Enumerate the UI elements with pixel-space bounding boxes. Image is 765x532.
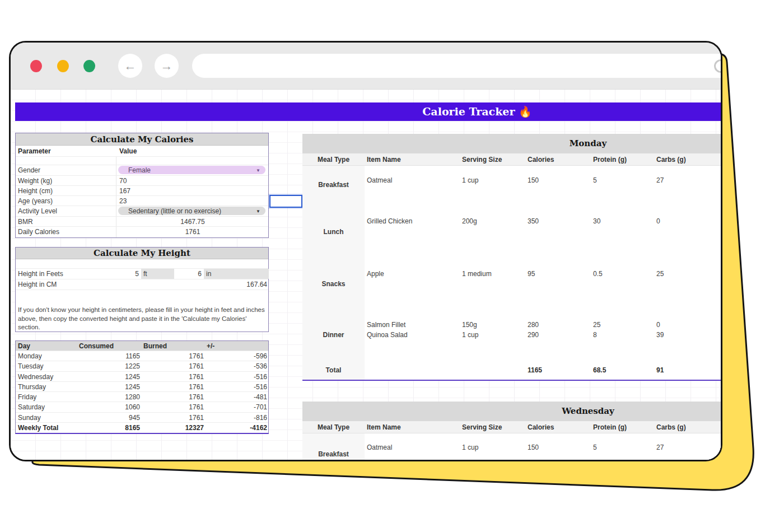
calories-cell: 280 xyxy=(528,321,539,329)
item-name-cell: Grilled Chicken xyxy=(367,217,412,225)
table-row: Oatmeal 1 cup 150 5 27 3 xyxy=(302,176,721,185)
diff-cell: -516 xyxy=(206,382,267,392)
minimize-window-icon[interactable] xyxy=(57,60,69,72)
gender-label: Gender xyxy=(18,165,40,176)
diff-cell: -516 xyxy=(206,372,267,382)
col-meal-type: Meal Type xyxy=(302,153,365,166)
selected-cell[interactable] xyxy=(269,195,302,208)
table-row: Thursday 1245 1761 -516 xyxy=(16,382,268,392)
spacer-row xyxy=(16,157,268,165)
browser-chrome: ← → xyxy=(11,43,721,90)
calories-cell: 150 xyxy=(528,176,539,184)
calories-cell: 95 xyxy=(528,270,535,278)
activity-value: Sedentary (little or no exercise) xyxy=(128,207,221,215)
spreadsheet-area: Calorie Tracker 🔥 Calculate My Calories … xyxy=(11,90,721,460)
total-row: 1165 68.5 91 4 xyxy=(302,366,721,375)
serving-cell: 150g xyxy=(462,321,477,329)
back-arrow-icon: ← xyxy=(124,59,137,73)
carbs-cell: 39 xyxy=(656,331,664,339)
age-label: Age (years) xyxy=(18,196,53,206)
forward-button[interactable]: → xyxy=(155,54,179,78)
inch-unit: in xyxy=(204,269,269,279)
back-button[interactable]: ← xyxy=(118,54,142,78)
feet-unit: ft xyxy=(141,269,174,279)
consumed-cell: 1060 xyxy=(78,402,140,412)
day-cell: Friday xyxy=(18,392,36,402)
day-cell: Tuesday xyxy=(18,361,44,371)
meal-type-label: Snacks xyxy=(302,280,365,288)
weight-value-cell[interactable]: 70 xyxy=(119,176,127,186)
col-protein: Protein (g) xyxy=(593,153,627,166)
protein-total: 68.5 xyxy=(593,366,606,374)
screenshot-stage: ← → Calorie Tracker 🔥 Calculate My Calor… xyxy=(0,0,765,532)
day-cell: Wednesday xyxy=(18,372,53,382)
carbs-cell: 25 xyxy=(656,270,664,278)
consumed-total: 8165 xyxy=(78,423,140,433)
table-row: Oatmeal 1 cup 150 5 27 3 xyxy=(302,444,721,452)
monday-header: Monday xyxy=(302,134,721,153)
serving-cell: 1 medium xyxy=(462,270,492,278)
close-window-icon[interactable] xyxy=(30,60,42,72)
weekly-total-label: Weekly Total xyxy=(18,423,58,433)
table-row: Quinoa Salad 1 cup 290 8 39 6 xyxy=(302,331,721,340)
height-value-cell[interactable]: 167 xyxy=(119,186,130,196)
spacer-row xyxy=(16,259,268,269)
protein-cell: 30 xyxy=(593,217,600,225)
day-cell: Saturday xyxy=(18,402,45,412)
weight-label: Weight (kg) xyxy=(18,176,52,186)
diff-cell: -816 xyxy=(206,413,267,423)
meal-column-headers: Meal Type Item Name Serving Size Calorie… xyxy=(302,153,721,166)
protein-cell: 8 xyxy=(593,331,597,339)
consumed-cell: 1225 xyxy=(78,361,140,371)
age-value-cell[interactable]: 23 xyxy=(119,196,127,206)
calc-calories-table: Calculate My Calories Parameter Value Ge… xyxy=(15,133,269,238)
cm-value: 167.64 xyxy=(116,279,267,290)
col-meal-type: Meal Type xyxy=(302,421,365,433)
table-row: Grilled Chicken 200g 350 30 0 2 xyxy=(302,217,721,226)
chevron-down-icon: ▼ xyxy=(256,207,260,216)
diff-cell: -536 xyxy=(206,361,267,371)
protein-cell: 0.5 xyxy=(593,270,603,278)
activity-dropdown[interactable]: Sedentary (little or no exercise) ▼ xyxy=(118,207,265,215)
burned-cell: 1761 xyxy=(142,372,204,382)
inch-value-cell[interactable]: 6 xyxy=(174,269,202,279)
meal-column-headers: Meal Type Item Name Serving Size Calorie… xyxy=(302,421,721,433)
calc-height-table: Calculate My Height Height in Feets 5 ft… xyxy=(15,247,269,332)
param-col-header: Parameter xyxy=(18,146,51,157)
day-cell: Sunday xyxy=(18,413,41,423)
url-bar[interactable] xyxy=(192,54,722,78)
page-title: Calorie Tracker 🔥 xyxy=(15,102,721,121)
col-item-name: Item Name xyxy=(367,153,401,166)
item-name-cell: Apple xyxy=(367,270,384,278)
gender-dropdown[interactable]: Female ▼ xyxy=(118,166,265,174)
col-item-name: Item Name xyxy=(367,421,401,433)
diff-cell: -701 xyxy=(206,402,267,412)
item-name-cell: Quinoa Salad xyxy=(367,331,408,339)
item-name-cell: Salmon Fillet xyxy=(367,321,405,329)
height-label: Height (cm) xyxy=(18,186,53,196)
calories-total: 1165 xyxy=(528,366,542,374)
carbs-total: 91 xyxy=(656,366,664,374)
serving-cell: 1 cup xyxy=(462,176,478,184)
burned-cell: 1761 xyxy=(142,351,204,361)
table-row: Tuesday 1225 1761 -536 xyxy=(16,361,268,371)
burned-cell: 1761 xyxy=(142,402,204,412)
carbs-cell: 27 xyxy=(656,176,664,184)
calories-cell: 350 xyxy=(528,217,539,225)
bmr-value: 1467.75 xyxy=(116,217,269,227)
burned-total: 12327 xyxy=(142,423,204,433)
maximize-window-icon[interactable] xyxy=(83,60,95,72)
table-row: Saturday 1060 1761 -701 xyxy=(16,402,268,412)
table-row: Wednesday 1245 1761 -516 xyxy=(16,372,268,382)
day-cell: Thursday xyxy=(18,382,46,392)
consumed-cell: 1245 xyxy=(78,372,140,382)
activity-label: Activity Level xyxy=(18,206,57,217)
value-col-header: Value xyxy=(119,146,137,157)
table-row: Monday 1165 1761 -596 xyxy=(16,351,268,361)
feet-value-cell[interactable]: 5 xyxy=(111,269,139,279)
carbs-cell: 0 xyxy=(656,321,660,329)
col-carbs: Carbs (g) xyxy=(656,153,686,166)
col-carbs: Carbs (g) xyxy=(656,421,686,433)
table-row: Apple 1 medium 95 0.5 25 0 xyxy=(302,270,721,279)
col-serving-size: Serving Size xyxy=(462,153,502,166)
